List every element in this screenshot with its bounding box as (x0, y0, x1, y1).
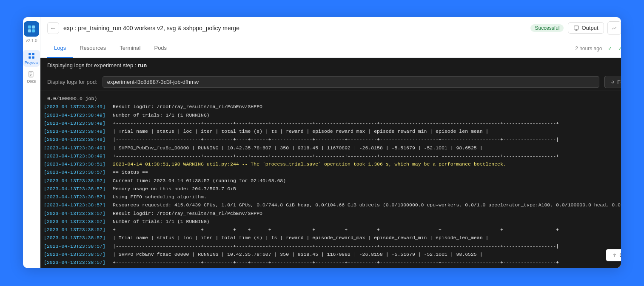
log-text: +-----------------------------+---------… (113, 120, 621, 127)
log-timestamp[interactable]: [2023-04-13T23:38:57] (40, 177, 113, 184)
sidebar-docs-label: Docs (27, 79, 36, 83)
log-timestamp[interactable]: [2023-04-13T23:38:57] (40, 210, 113, 217)
log-text: Number of trials: 1/1 (1 RUNNING) (113, 112, 621, 119)
log-line: [2023-04-13T23:38:57]Using FIFO scheduli… (40, 193, 621, 201)
log-timestamp[interactable]: [2023-04-13T23:38:57] (40, 259, 113, 266)
svg-rect-1 (32, 26, 35, 29)
goto-top-button[interactable]: Go To TOP (606, 249, 621, 261)
log-timestamp[interactable]: [2023-04-13T23:38:49] (40, 128, 113, 135)
log-text: Number of trials: 1/1 (1 RUNNING) (113, 218, 621, 225)
log-line: [2023-04-13T23:38:57]|------------------… (40, 242, 621, 250)
pod-actions: Follow (604, 76, 621, 88)
goto-top-label: Go To TOP (619, 252, 621, 258)
top-bar-actions: Output (568, 21, 621, 35)
log-text: +-----------------------------+---------… (113, 226, 621, 233)
log-line: [2023-04-13T23:38:57]Number of trials: 1… (40, 217, 621, 226)
back-button[interactable]: ← (47, 22, 59, 34)
sidebar-projects-label: Projects (25, 60, 39, 65)
svg-rect-7 (32, 57, 34, 59)
log-text: Result logdir: /root/ray_results/ma_rl/P… (113, 210, 621, 217)
tabs: Logs Resources Terminal Pods (47, 39, 174, 58)
logs-header: Displaying logs for experiment step : ru… (40, 58, 621, 73)
follow-icon (610, 80, 615, 85)
log-text: +-----------------------------+---------… (113, 259, 621, 266)
log-timestamp[interactable]: [2023-04-13T23:38:57] (40, 226, 113, 233)
log-text: | Trial name | status | loc | iter | tot… (113, 128, 621, 135)
log-timestamp[interactable]: [2023-04-13T23:38:49] (40, 112, 113, 119)
svg-rect-12 (574, 26, 579, 29)
arrow-up-icon (612, 253, 617, 258)
log-text: | SHPPO_PcbEnv_fca8c_00000 | RUNNING | 1… (113, 251, 621, 258)
log-timestamp[interactable]: [2023-04-13T23:38:49] (40, 152, 113, 160)
pod-select[interactable]: experiment-l3c8d887-3d3f-job-dfhmw (103, 76, 599, 88)
log-timestamp[interactable]: [2023-04-13T23:38:57] (40, 243, 113, 250)
svg-rect-0 (28, 26, 31, 29)
log-timestamp[interactable]: [2023-04-13T23:38:57] (40, 234, 113, 241)
log-line: [2023-04-13T23:38:51]2023-04-14 01:38:51… (40, 160, 621, 168)
logs-header-text: Displaying logs for experiment step : (47, 62, 138, 69)
log-timestamp[interactable]: [2023-04-13T23:38:49] (40, 144, 113, 152)
log-line: [2023-04-13T23:38:57]Resources requested… (40, 201, 621, 209)
log-line: [2023-04-13T23:38:57]| Trial name | stat… (40, 234, 621, 242)
log-text: | Trial name | status | loc | iter | tot… (113, 234, 621, 241)
log-timestamp[interactable]: [2023-04-13T23:38:57] (40, 251, 113, 258)
log-text: Resources requested: 415.0/439 CPUs, 1.0… (113, 201, 621, 209)
log-line: [2023-04-13T23:38:49]|------------------… (40, 135, 621, 143)
check-1: ✓ (606, 44, 614, 53)
tab-bar-right: 2 hours ago ✓ ✓ ✓ ✓ ✓ (575, 44, 621, 53)
log-text: == Status == (113, 169, 621, 176)
sidebar: v2.1.0 Projects Docs (23, 17, 40, 268)
experiment-title: exp : pre_training_run 400 workers v2, s… (63, 25, 526, 31)
log-timestamp[interactable]: [2023-04-13T23:38:49] (40, 120, 113, 127)
log-text: Memory usage on this node: 204.7/503.7 G… (113, 185, 621, 192)
log-text: |-----------------------------+---------… (113, 243, 621, 250)
log-line: [2023-04-13T23:38:57]Result logdir: /roo… (40, 209, 621, 217)
log-line: [2023-04-13T23:38:57]Memory usage on thi… (40, 185, 621, 193)
svg-rect-3 (32, 29, 35, 32)
log-text: +-----------------------------+---------… (113, 152, 621, 160)
log-timestamp[interactable]: [2023-04-13T23:38:57] (40, 193, 113, 200)
svg-rect-5 (32, 53, 34, 55)
chart-button[interactable] (607, 21, 621, 35)
tab-terminal[interactable]: Terminal (113, 39, 147, 58)
log-text: == Status == (113, 267, 621, 268)
top-bar: ← exp : pre_training_run 400 workers v2,… (40, 17, 621, 39)
pod-label: Display logs for pod: (47, 79, 97, 85)
log-line: [2023-04-13T23:39:02]== Status == (40, 266, 621, 268)
log-text: Current time: 2023-04-14 01:38:57 (runni… (113, 177, 621, 184)
logs-step-name: run (138, 62, 147, 69)
log-line: [2023-04-13T23:38:49]+------------------… (40, 152, 621, 160)
pod-selector-row: Display logs for pod: experiment-l3c8d88… (40, 73, 621, 91)
sidebar-item-projects[interactable]: Projects (23, 50, 40, 67)
log-content[interactable]: 0.0/100000.0 job)[2023-04-13T23:38:49]Re… (40, 91, 621, 268)
log-timestamp[interactable]: [2023-04-13T23:38:57] (40, 169, 113, 176)
log-timestamp[interactable]: [2023-04-13T23:38:57] (40, 185, 113, 192)
log-timestamp[interactable]: [2023-04-13T23:38:51] (40, 160, 113, 168)
tab-pods[interactable]: Pods (147, 39, 174, 58)
log-line: [2023-04-13T23:38:57]Current time: 2023-… (40, 177, 621, 185)
tab-resources[interactable]: Resources (73, 39, 113, 58)
log-text: 2023-04-14 01:38:51,190 WARNING util.py:… (113, 160, 621, 168)
log-line: [2023-04-13T23:38:49]| SHPPO_PcbEnv_fca8… (40, 144, 621, 152)
log-timestamp[interactable]: [2023-04-13T23:38:49] (40, 136, 113, 143)
output-icon (573, 25, 579, 31)
logs-container: Displaying logs for experiment step : ru… (40, 58, 621, 268)
log-line: [2023-04-13T23:38:49]+------------------… (40, 119, 621, 127)
tab-logs[interactable]: Logs (47, 39, 73, 58)
log-line: [2023-04-13T23:38:57]+------------------… (40, 226, 621, 234)
sidebar-item-docs[interactable]: Docs (23, 69, 40, 86)
status-badge: Successful (530, 24, 564, 32)
log-timestamp[interactable]: [2023-04-13T23:38:49] (40, 103, 113, 110)
log-timestamp[interactable]: [2023-04-13T23:39:02] (40, 267, 113, 268)
log-timestamp[interactable]: [2023-04-13T23:38:57] (40, 201, 113, 209)
output-label: Output (581, 25, 598, 31)
check-2: ✓ (616, 44, 621, 53)
log-timestamp[interactable]: [2023-04-13T23:38:57] (40, 218, 113, 225)
check-icons: ✓ ✓ ✓ ✓ ✓ (606, 44, 621, 53)
app-version: v2.1.0 (26, 38, 37, 43)
main-content: ← exp : pre_training_run 400 workers v2,… (40, 17, 621, 268)
follow-button[interactable]: Follow (604, 76, 621, 88)
log-text: |-----------------------------+---------… (113, 136, 621, 143)
output-button[interactable]: Output (568, 22, 604, 34)
follow-label: Follow (617, 79, 621, 85)
